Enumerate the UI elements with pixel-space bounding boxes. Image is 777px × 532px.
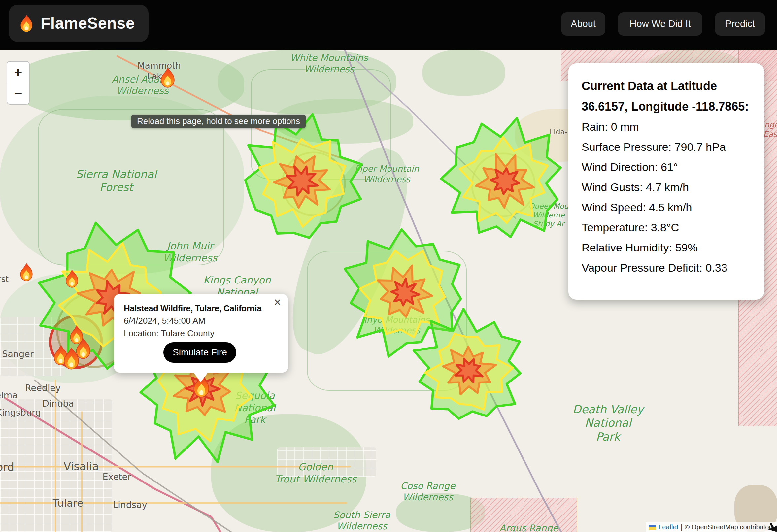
card-line-pressure: Surface Pressure: 790.7 hPa	[582, 137, 752, 157]
popup-title: Halstead Wildfire, Tulare, California	[124, 303, 273, 314]
reload-tooltip-text: Reload this page, hold to see more optio…	[137, 116, 300, 126]
nav-how-we-did-it-button[interactable]: How We Did It	[618, 12, 702, 36]
map-attribution: Leaflet | © OpenStreetMap contributors	[646, 522, 777, 532]
zoom-in-button[interactable]: +	[7, 62, 29, 83]
card-title: Current Data at Latitude 36.6157, Longit…	[582, 76, 752, 117]
ukraine-flag-icon	[649, 525, 656, 530]
popup-datetime: 6/4/2024, 5:45:00 AM	[124, 316, 278, 326]
nav-about-button[interactable]: About	[561, 12, 605, 36]
card-line-wind-dir: Wind Direction: 61°	[582, 157, 752, 177]
reload-tooltip: Reload this page, hold to see more optio…	[131, 114, 306, 128]
logo[interactable]: FlameSense	[9, 5, 148, 42]
app-header: FlameSense About How We Did It Predict	[0, 0, 777, 49]
flamesense-app: { "header": { "logo_text": "FlameSense",…	[0, 0, 777, 532]
current-data-card: Current Data at Latitude 36.6157, Longit…	[568, 63, 764, 300]
nav-predict-button[interactable]: Predict	[715, 12, 765, 36]
zoom-out-button[interactable]: −	[7, 83, 29, 104]
card-line-rain: Rain: 0 mm	[582, 117, 752, 137]
attribution-divider: |	[681, 523, 682, 531]
zoom-control: + −	[7, 61, 30, 105]
logo-text: FlameSense	[40, 14, 135, 32]
card-line-temperature: Temperature: 3.8°C	[582, 217, 752, 238]
fire-popup: × Halstead Wildfire, Tulare, California …	[114, 294, 288, 373]
card-line-gusts: Wind Gusts: 4.7 km/h	[582, 177, 752, 197]
popup-tail	[193, 371, 209, 382]
leaflet-link[interactable]: Leaflet	[659, 523, 678, 531]
card-line-humidity: Relative Humidity: 59%	[582, 238, 752, 258]
close-icon[interactable]: ×	[272, 296, 283, 309]
card-line-vpd: Vapour Pressure Deficit: 0.33	[582, 258, 752, 278]
osm-attribution-text: © OpenStreetMap contributors	[685, 523, 774, 531]
simulate-fire-button[interactable]: Simulate Fire	[163, 342, 236, 363]
popup-location: Location: Tulare County	[124, 328, 278, 339]
card-line-wind-speed: Wind Speed: 4.5 km/h	[582, 197, 752, 217]
flame-logo-icon	[19, 14, 34, 33]
